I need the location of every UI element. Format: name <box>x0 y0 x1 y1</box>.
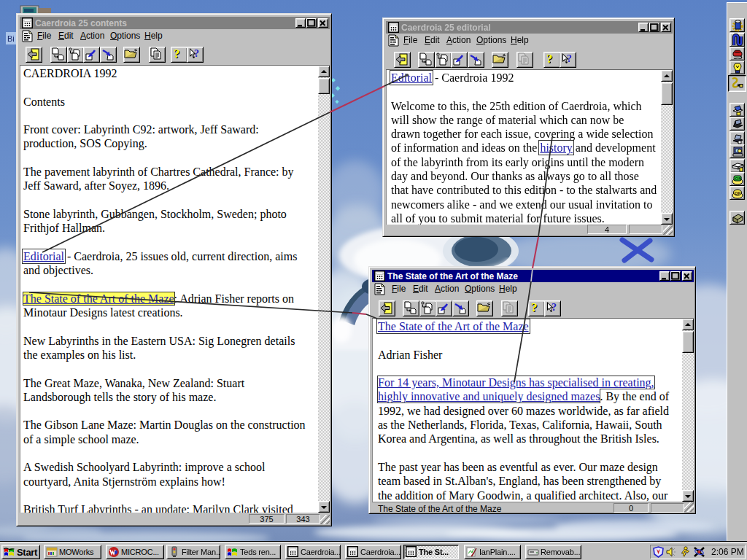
svg-text:ON: ON <box>735 176 742 181</box>
svg-text:Bi: Bi <box>7 34 15 43</box>
svg-text:OF: OF <box>735 191 741 195</box>
